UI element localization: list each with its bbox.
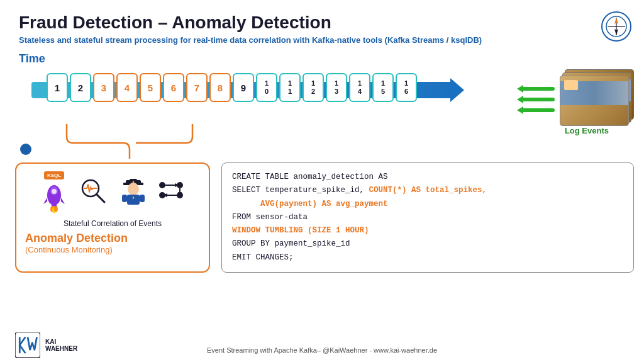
bottom-section: KSQL: [15, 162, 634, 273]
svg-rect-21: [127, 195, 140, 205]
num-box-4: 4: [116, 73, 138, 102]
code-line-4: FROM sensor-data: [232, 213, 308, 222]
num-box-14: 14: [349, 73, 370, 102]
kw-logo-svg: [15, 333, 40, 358]
num-box-11: 11: [279, 73, 301, 102]
code-line-5: WINDOW TUMBLING (SIZE 1 HOUR): [232, 226, 369, 235]
police-icon: [119, 175, 147, 210]
page-subtitle: Stateless and stateful stream processing…: [19, 35, 625, 45]
num-box-2: 2: [70, 73, 91, 102]
green-arrow-3: [517, 106, 555, 114]
code-orange-avg: AVG(payment) AS avg_payment: [260, 200, 388, 208]
svg-point-20: [128, 183, 139, 195]
rocket-svg: [40, 181, 68, 214]
svg-marker-9: [61, 198, 65, 204]
svg-line-15: [97, 195, 104, 202]
footer-text: Event Streaming with Apache Kafka– @KaiW…: [207, 346, 437, 354]
logo-area: KAI WAEHNER: [15, 333, 77, 358]
svg-point-25: [159, 182, 165, 188]
code-line-7: EMIT CHANGES;: [232, 253, 294, 262]
num-box-15: 15: [372, 73, 394, 102]
stateful-label: Stateful Correlation of Events: [64, 219, 162, 228]
logo-line-2: WAEHNER: [45, 345, 77, 352]
green-arrows: [517, 85, 555, 114]
num-box-16: 16: [396, 73, 417, 102]
code-line-3: AVG(payment) AS avg_payment: [232, 200, 388, 208]
flow-icon: [157, 178, 185, 208]
time-label: Time: [19, 52, 625, 65]
page-title: Fraud Detection – Anomaly Detection: [19, 13, 625, 33]
num-box-8: 8: [209, 73, 231, 102]
svg-rect-23: [122, 195, 127, 202]
anomaly-detection-title: Anomaly Detection: [25, 232, 128, 245]
num-box-10: 10: [256, 73, 277, 102]
log-events-group: [517, 69, 634, 123]
pos-terminal: [558, 69, 634, 123]
code-line-2: SELECT temperature_spike_id, COUNT(*) AS…: [232, 186, 487, 195]
num-box-6: 6: [163, 73, 184, 102]
compass-logo: [601, 11, 631, 42]
svg-marker-8: [43, 198, 47, 204]
svg-point-13: [54, 206, 58, 212]
code-orange-count: COUNT(*) AS total_spikes,: [369, 186, 487, 195]
svg-point-7: [52, 189, 57, 194]
logo-text: KAI WAEHNER: [45, 338, 77, 352]
logo-line-1: KAI: [45, 338, 77, 345]
code-line-1: CREATE TABLE anomaly_detection AS: [232, 173, 388, 181]
num-box-3: 3: [93, 73, 114, 102]
num-box-13: 13: [326, 73, 347, 102]
code-box: CREATE TABLE anomaly_detection AS SELECT…: [221, 162, 634, 273]
num-box-7: 7: [186, 73, 208, 102]
num-box-9: 9: [233, 73, 254, 102]
num-box-5: 5: [140, 73, 161, 102]
num-box-1: 1: [47, 73, 68, 102]
svg-rect-24: [140, 195, 145, 202]
log-events-label: Log Events: [565, 126, 609, 135]
code-line-6: GROUP BY payment_spike_id: [232, 239, 350, 248]
magnifier-icon: [78, 176, 109, 210]
ksql-badge: KSQL: [44, 171, 64, 179]
time-dot: [20, 144, 31, 155]
green-arrow-2: [517, 96, 555, 103]
slide: Fraud Detection – Anomaly Detection Stat…: [0, 0, 644, 364]
continuous-monitoring-label: (Continuous Monitoring): [25, 245, 113, 254]
ksql-panel: KSQL: [15, 162, 210, 273]
numbers-container: 1 2 3 4 5 6 7 8 9 10 11 12 13 14 15 16: [47, 73, 417, 102]
ksql-rocket-icon: KSQL: [40, 171, 68, 214]
ksql-icons-row: KSQL: [40, 171, 185, 214]
num-box-12: 12: [303, 73, 324, 102]
green-arrow-1: [517, 85, 555, 93]
bracket-connector: [60, 124, 199, 162]
